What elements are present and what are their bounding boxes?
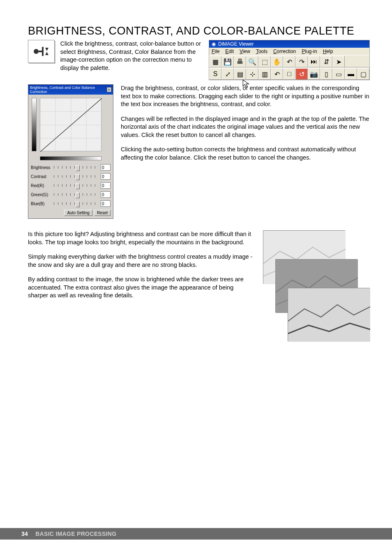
- slider-track[interactable]: [54, 173, 99, 180]
- thumbnails-icon[interactable]: ▦: [209, 56, 221, 67]
- marquee-icon[interactable]: ⬚: [258, 56, 271, 67]
- horizontal-gradient: [40, 156, 101, 160]
- menu-help[interactable]: Help: [323, 49, 333, 54]
- compare-a-icon[interactable]: ▯: [320, 68, 332, 80]
- camera-icon[interactable]: 📷: [308, 68, 320, 80]
- svg-line-12: [40, 98, 102, 152]
- zoom-icon[interactable]: 🔍: [246, 56, 258, 67]
- slider-row-red(r): Red(R): [28, 181, 113, 190]
- lower-paragraph-3: By adding contrast to the image, the sno…: [28, 276, 255, 300]
- save-icon[interactable]: 💾: [221, 56, 234, 67]
- rotate-right-icon[interactable]: ↷: [295, 56, 308, 67]
- toolbar-2: S⤢▤⊹▥↶□↺📷▯▭▬▢: [209, 67, 369, 80]
- svg-rect-2: [42, 47, 44, 56]
- app-title: DiMAGE Viewer: [218, 41, 254, 47]
- print-icon[interactable]: 🖶: [234, 56, 246, 67]
- example-photo-stack: [263, 230, 370, 354]
- app-titlebar: ◉ DiMAGE Viewer: [209, 40, 369, 48]
- photo-contrast: [288, 288, 370, 341]
- skip-icon[interactable]: ⏭: [308, 56, 320, 67]
- auto-setting-button[interactable]: Auto Setting: [64, 210, 92, 216]
- undo-icon[interactable]: ↶: [271, 68, 283, 80]
- sliders-icon[interactable]: ⊹: [246, 68, 258, 80]
- body-paragraph-3: Clicking the auto-setting button correct…: [121, 146, 370, 162]
- close-icon[interactable]: ×: [107, 87, 111, 92]
- slider-track[interactable]: [54, 182, 99, 189]
- slider-track[interactable]: [54, 191, 99, 198]
- slider-thumb[interactable]: [76, 165, 80, 171]
- slider-label: Brightness: [31, 165, 52, 170]
- page-number: 34: [21, 531, 28, 537]
- lower-paragraph-2: Simply making everything darker with the…: [28, 253, 255, 269]
- svg-rect-1: [39, 51, 42, 52]
- redo-icon[interactable]: □: [283, 68, 295, 80]
- svg-rect-15: [288, 288, 370, 342]
- menu-plugin[interactable]: Plug-in: [302, 49, 317, 54]
- menu-edit[interactable]: Edit: [225, 49, 234, 54]
- monitor-icon[interactable]: ▢: [357, 68, 369, 80]
- hand-icon[interactable]: ✋: [271, 56, 283, 67]
- footer-section: BASIC IMAGE PROCESSING: [35, 531, 116, 537]
- menu-correction[interactable]: Correction: [273, 49, 296, 54]
- slider-value-input[interactable]: [101, 173, 111, 180]
- slider-label: Contrast: [31, 174, 52, 179]
- slider-row-brightness: Brightness: [28, 163, 113, 172]
- variations-icon[interactable]: ▥: [258, 68, 271, 80]
- slider-track[interactable]: [54, 200, 99, 207]
- app-window: ◉ DiMAGE Viewer File Edit View Tools Cor…: [209, 40, 370, 80]
- slider-thumb[interactable]: [76, 183, 80, 189]
- slider-value-input[interactable]: [101, 191, 111, 198]
- slider-label: Green(G): [31, 192, 52, 197]
- palette-button-thumbnail: [28, 40, 55, 63]
- slider-value-input[interactable]: [101, 164, 111, 171]
- vertical-gradient: [32, 98, 37, 151]
- page-footer: 34 BASIC IMAGE PROCESSING: [0, 528, 392, 540]
- slider-label: Red(R): [31, 183, 52, 188]
- svg-marker-4: [45, 52, 48, 55]
- slider-value-input[interactable]: [101, 200, 111, 207]
- film-icon[interactable]: ▬: [345, 68, 357, 80]
- rotate-left-icon[interactable]: ↶: [283, 56, 295, 67]
- slider-row-contrast: Contrast: [28, 172, 113, 181]
- toolbar-1: ▦💾🖶🔍⬚✋↶↷⏭⇵➤: [209, 55, 369, 67]
- contrast-icon[interactable]: ▤: [234, 68, 246, 80]
- compare-b-icon[interactable]: ▭: [332, 68, 345, 80]
- reset-button[interactable]: Reset: [94, 210, 111, 216]
- svg-marker-5: [243, 80, 249, 87]
- slider-value-input[interactable]: [101, 182, 111, 189]
- lower-paragraph-1: Is this picture too light? Adjusting bri…: [28, 230, 255, 246]
- slider-label: Blue(B): [31, 202, 52, 206]
- slider-thumb[interactable]: [76, 174, 80, 180]
- menubar: File Edit View Tools Correction Plug-in …: [209, 48, 369, 55]
- page-title: BRIGHTNESS, CONTRAST, AND COLOR-BALANCE …: [28, 25, 370, 37]
- curve-icon[interactable]: ⤢: [221, 68, 234, 80]
- tone-curve-graph: [40, 98, 101, 151]
- slider-track[interactable]: [54, 164, 99, 171]
- slider-row-green(g): Green(G): [28, 190, 113, 199]
- slider-thumb[interactable]: [76, 192, 80, 198]
- menu-tools[interactable]: Tools: [256, 49, 267, 54]
- app-icon: ◉: [212, 41, 216, 47]
- correction-palette: Brightness, Contrast and Color Balance C…: [28, 84, 113, 219]
- intro-paragraph: Click the brightness, contrast, color-ba…: [60, 40, 203, 80]
- body-paragraph-2: Changes will be reflected in the display…: [121, 115, 370, 139]
- slider-thumb[interactable]: [76, 202, 80, 207]
- menu-view[interactable]: View: [240, 49, 250, 54]
- svg-point-0: [34, 49, 39, 54]
- svg-marker-3: [45, 48, 48, 51]
- slider-row-blue(b): Blue(B): [28, 199, 113, 208]
- palette-title: Brightness, Contrast and Color Balance C…: [30, 86, 107, 94]
- arrow-icon[interactable]: ➤: [332, 56, 345, 67]
- sharpen-icon[interactable]: S: [209, 68, 221, 80]
- menu-file[interactable]: File: [212, 49, 219, 54]
- flip-icon[interactable]: ⇵: [320, 56, 332, 67]
- snapshot-active-icon[interactable]: ↺: [295, 68, 308, 80]
